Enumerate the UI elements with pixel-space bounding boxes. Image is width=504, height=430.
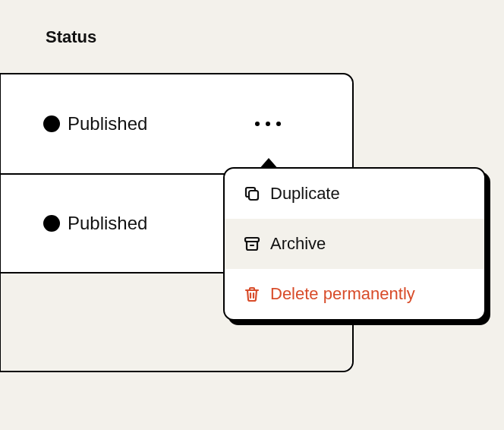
svg-rect-0 <box>249 191 258 200</box>
duplicate-icon <box>243 185 261 203</box>
menu-item-label: Duplicate <box>270 184 340 204</box>
delete-menu-item[interactable]: Delete permanently <box>225 269 484 319</box>
status-column-header: Status <box>46 27 96 47</box>
status-label: Published <box>68 213 147 234</box>
menu-item-label: Archive <box>270 234 326 254</box>
trash-icon <box>243 285 261 303</box>
duplicate-menu-item[interactable]: Duplicate <box>225 169 484 219</box>
more-actions-button[interactable] <box>255 122 281 126</box>
popover-body: Duplicate Archive <box>223 167 486 321</box>
archive-icon <box>243 235 261 253</box>
archive-menu-item[interactable]: Archive <box>225 219 484 269</box>
status-dot-icon <box>43 115 60 132</box>
status-dot-icon <box>43 215 60 232</box>
status-label: Published <box>68 113 147 134</box>
table-row: Published <box>1 74 352 173</box>
menu-item-label: Delete permanently <box>270 284 415 304</box>
